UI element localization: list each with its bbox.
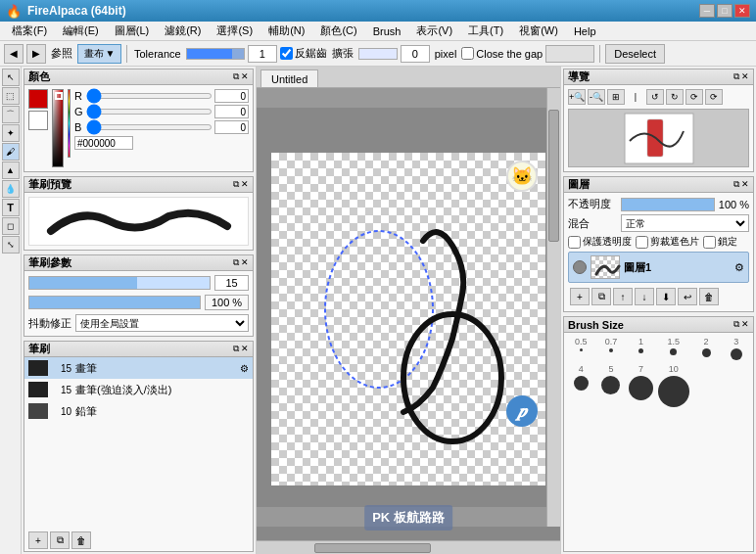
hex-input[interactable]: #000000 xyxy=(74,136,133,150)
layer-merge-btn[interactable]: ⬇ xyxy=(656,288,676,305)
brush-preview-float-btn[interactable]: ⧉ xyxy=(233,179,239,190)
layer-move-down-btn[interactable]: ↓ xyxy=(635,288,654,305)
nav-rotate-right-btn[interactable]: ↻ xyxy=(666,89,684,105)
canvas-scroll-thumb-h[interactable] xyxy=(314,543,430,553)
r-slider[interactable] xyxy=(86,93,213,99)
layer-panel-close-btn[interactable]: ✕ xyxy=(741,179,749,190)
stabilizer-combo[interactable]: 使用全局設置 xyxy=(75,314,249,332)
toolbar-forward-button[interactable]: ▶ xyxy=(26,44,46,64)
brush-size-item-07[interactable]: 0.7 xyxy=(598,337,625,360)
canvas-drawing-area[interactable]: 🐱 𝒑 xyxy=(271,153,545,485)
nav-refresh-btn[interactable]: ⟳ xyxy=(685,89,703,105)
draw-mode-button[interactable]: 畫布 ▼ xyxy=(77,44,121,64)
brush-size-item-7[interactable]: 7 xyxy=(628,364,654,407)
lock-checkbox[interactable] xyxy=(703,236,716,249)
blend-combo[interactable]: 正常 溶解 色彩增值 xyxy=(621,214,749,232)
tool-select[interactable]: ⬚ xyxy=(2,87,20,105)
lock-checkbox-label[interactable]: 鎖定 xyxy=(703,235,737,249)
layer-gear-icon[interactable]: ⚙ xyxy=(734,261,744,274)
tolerance-slider[interactable] xyxy=(186,48,245,60)
size-slider[interactable] xyxy=(28,276,211,290)
menu-window[interactable]: 視窗(W) xyxy=(511,22,566,40)
menu-assist[interactable]: 輔助(N) xyxy=(260,22,312,40)
anti-alias-checkbox-label[interactable]: 反鋸齒 xyxy=(280,46,327,61)
color-swatch[interactable] xyxy=(52,89,64,167)
color-preview[interactable] xyxy=(28,89,48,109)
titlebar-controls[interactable]: ─ □ ✕ xyxy=(699,4,750,18)
deselect-button[interactable]: Deselect xyxy=(605,44,665,64)
nav-extra-btn[interactable]: ⟳ xyxy=(705,89,723,105)
b-input[interactable] xyxy=(214,120,249,134)
layer-duplicate-btn[interactable]: ⧉ xyxy=(591,288,611,305)
r-input[interactable] xyxy=(214,89,249,103)
brush-params-close-btn[interactable]: ✕ xyxy=(241,257,249,268)
tool-text[interactable]: T xyxy=(2,199,20,216)
brush-size-item-15[interactable]: 1.5 xyxy=(658,337,689,360)
layer-add-btn[interactable]: + xyxy=(570,288,590,305)
navigator-close-btn[interactable]: ✕ xyxy=(741,71,749,82)
brush-size-item-10[interactable]: 10 xyxy=(658,364,689,407)
tool-lasso[interactable]: ⌒ xyxy=(2,106,20,123)
color-spectrum[interactable] xyxy=(68,89,71,158)
maximize-button[interactable]: □ xyxy=(717,4,732,18)
brush-item-2[interactable]: 10 鉛筆 xyxy=(24,400,253,422)
canvas-scroll-thumb-v[interactable] xyxy=(548,110,559,241)
tool-magic-wand[interactable]: ✦ xyxy=(2,124,20,142)
b-slider[interactable] xyxy=(86,124,213,130)
tool-transform[interactable]: ⤡ xyxy=(2,236,20,254)
brush-size-float-btn[interactable]: ⧉ xyxy=(733,319,739,330)
menu-color[interactable]: 顏色(C) xyxy=(312,22,364,40)
brush-item-0[interactable]: 15 畫筆 ⚙ xyxy=(24,357,253,379)
preserve-transparency-checkbox[interactable] xyxy=(568,236,581,249)
menu-edit[interactable]: 編輯(E) xyxy=(55,22,107,40)
anti-alias-checkbox[interactable] xyxy=(280,47,293,60)
layer-undo-btn[interactable]: ↩ xyxy=(678,288,697,305)
nav-rotate-left-btn[interactable]: ↺ xyxy=(646,89,664,105)
nav-zoom-out-btn[interactable]: -🔍 xyxy=(588,89,605,105)
tool-eyedropper[interactable]: 💧 xyxy=(2,180,20,198)
g-slider[interactable] xyxy=(86,109,213,115)
color-panel-float-btn[interactable]: ⧉ xyxy=(233,71,239,82)
menu-tools[interactable]: 工具(T) xyxy=(460,22,511,40)
close-gap-checkbox[interactable] xyxy=(461,47,474,60)
brush-item-1[interactable]: 15 畫筆(強迫淡入/淡出) xyxy=(24,379,253,400)
layer-panel-float-btn[interactable]: ⧉ xyxy=(733,179,739,190)
brush-size-item-05[interactable]: 0.5 xyxy=(568,337,594,360)
menu-filter[interactable]: 濾鏡(R) xyxy=(157,22,209,40)
canvas-tab-untitled[interactable]: Untitled xyxy=(260,69,318,87)
canvas-scrollbar-v[interactable] xyxy=(546,88,560,527)
layer-item-1[interactable]: 圖層1 ⚙ xyxy=(568,252,749,283)
layer-move-up-btn[interactable]: ↑ xyxy=(613,288,633,305)
brush-size-close-btn[interactable]: ✕ xyxy=(741,319,749,330)
brush-gear-0[interactable]: ⚙ xyxy=(240,363,249,374)
canvas-viewport[interactable]: 🐱 𝒑 PK 板航路路 xyxy=(257,88,560,540)
color-panel-close-btn[interactable]: ✕ xyxy=(241,71,249,82)
brush-delete-btn[interactable]: 🗑 xyxy=(71,531,91,549)
g-input[interactable] xyxy=(214,105,249,118)
opacity-slider[interactable] xyxy=(28,296,201,309)
navigator-float-btn[interactable]: ⧉ xyxy=(733,71,739,82)
brush-list-close-btn[interactable]: ✕ xyxy=(241,344,249,354)
expand-slider[interactable] xyxy=(358,48,398,60)
brush-duplicate-btn[interactable]: ⧉ xyxy=(50,531,70,549)
tool-arrow[interactable]: ↖ xyxy=(2,69,20,86)
tool-eraser[interactable]: ◻ xyxy=(2,217,20,235)
expand-input[interactable] xyxy=(401,45,430,63)
tool-brush[interactable]: 🖌 xyxy=(2,143,20,161)
tool-fill[interactable]: ▲ xyxy=(2,162,20,179)
close-gap-checkbox-label[interactable]: Close the gap xyxy=(461,47,543,60)
canvas-scrollbar-h[interactable] xyxy=(257,541,546,554)
minimize-button[interactable]: ─ xyxy=(699,4,715,18)
brush-size-item-4[interactable]: 4 xyxy=(568,364,594,407)
menu-help[interactable]: Help xyxy=(566,23,604,39)
brush-size-item-3[interactable]: 3 xyxy=(723,337,749,360)
nav-fit-btn[interactable]: ⊞ xyxy=(607,89,625,105)
clip-mask-checkbox[interactable] xyxy=(636,236,648,249)
preserve-transparency-checkbox-label[interactable]: 保護透明度 xyxy=(568,235,632,249)
brush-list-float-btn[interactable]: ⧉ xyxy=(233,344,239,354)
menu-layer[interactable]: 圖層(L) xyxy=(107,22,157,40)
menu-file[interactable]: 檔案(F) xyxy=(4,22,55,40)
nav-zoom-in-btn[interactable]: +🔍 xyxy=(568,89,586,105)
layer-delete-btn[interactable]: 🗑 xyxy=(699,288,719,305)
layer-visibility-icon[interactable] xyxy=(573,260,587,274)
